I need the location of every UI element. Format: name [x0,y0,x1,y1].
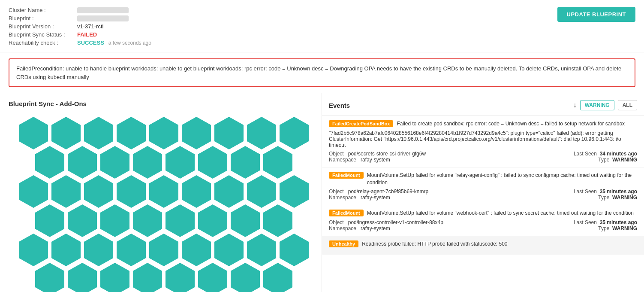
hex-row-6 [33,262,294,292]
sync-status-value: FAILED [77,31,97,38]
hex-cell [149,175,178,208]
hex-cell [133,146,162,179]
events-title: Events [329,102,350,109]
event-meta-1: Object pod/secrets-store-csi-driver-gfg6… [329,151,637,163]
blueprint-value [77,15,129,21]
hex-cell [68,263,97,292]
blueprint-label: Blueprint : [9,15,77,21]
reachability-value: SUCCESS [77,40,104,46]
hex-cell [19,117,48,149]
update-blueprint-button[interactable]: UPDATE BLUEPRINT [557,7,635,22]
hex-cell [247,117,276,149]
event-top: FailedMount MountVolume.SetUp failed for… [329,172,637,186]
blueprint-version-value: v1-371-rctl [77,23,103,30]
hex-cell [51,117,81,149]
event-last-seen-3: Last Seen 35 minutes ago [574,219,637,225]
hex-cell [35,146,64,179]
event-type-3: Type WARNING [574,225,637,231]
sync-status-label: Blueprint Sync Status : [9,31,77,38]
hex-cell [166,146,195,179]
hex-cell [214,234,244,266]
filter-all-button[interactable]: ALL [618,100,637,110]
event-message-4: Readiness probe failed: HTTP probe faile… [362,240,507,248]
event-badge: FailedCreatePodSandBox [329,120,393,127]
hex-cell [117,175,146,208]
header-section: UPDATE BLUEPRINT Cluster Name : Blueprin… [0,0,644,52]
hex-cell [280,117,309,149]
hex-cell [84,175,113,208]
left-panel-title: Blueprint Sync - Add-Ons [9,100,313,107]
event-meta-2: Object pod/relay-agent-7cb9f85b69-knmrp … [329,189,637,201]
filter-warning-button[interactable]: WARNING [580,100,614,110]
hex-cell [182,117,211,149]
event-message-3: MountVolume.SetUp failed for volume "web… [367,210,634,217]
download-icon[interactable]: ↓ [573,101,577,109]
event-object-1: Object pod/secrets-store-csi-driver-gfg6… [329,151,426,157]
hex-cell [231,146,260,179]
hex-cell [182,175,211,208]
hex-cell [231,204,260,237]
hex-cell [231,263,260,292]
event-item: Unhealthy Readiness probe failed: HTTP p… [322,236,644,255]
hex-cell [35,263,64,292]
hex-cell [198,146,227,179]
reachability-label: Reachability check : [9,40,77,46]
event-object-2: Object pod/relay-agent-7cb9f85b69-knmrp [329,189,428,195]
reachability-time: a few seconds ago [108,40,151,46]
hex-cell [263,146,292,179]
event-last-seen-1: Last Seen 34 minutes ago [574,151,637,157]
event-meta-right-3: Last Seen 35 minutes ago Type WARNING [574,219,637,231]
hex-cell [100,204,129,237]
event-type-2: Type WARNING [574,195,637,201]
left-panel: Blueprint Sync - Add-Ons [0,93,322,292]
events-header: Events ↓ WARNING ALL [322,100,644,116]
event-top: FailedMount MountVolume.SetUp failed for… [329,210,637,217]
hex-cell [19,234,48,266]
right-panel: Events ↓ WARNING ALL FailedCreatePodSand… [322,93,644,292]
error-message: FailedPrecondition: unable to handle blu… [16,65,621,80]
event-top: FailedCreatePodSandBox Failed to create … [329,120,637,128]
event-detail-1: "7fad2b5c978a62ab7afc064028556168e6f4f29… [329,130,637,148]
hex-cell [51,175,81,208]
hex-cell [198,263,227,292]
event-last-seen-2: Last Seen 35 minutes ago [574,189,637,195]
event-meta-left-1: Object pod/secrets-store-csi-driver-gfg6… [329,151,426,163]
hex-row-1 [17,116,310,150]
hex-cell [198,204,227,237]
hex-cell [100,146,129,179]
events-actions: ↓ WARNING ALL [573,100,637,110]
hex-cell [166,204,195,237]
hex-cell [100,263,129,292]
hex-cell [263,204,292,237]
event-top: Unhealthy Readiness probe failed: HTTP p… [329,240,637,248]
hex-cell [166,263,195,292]
event-type-1: Type WARNING [574,157,637,163]
event-badge: FailedMount [329,172,364,179]
main-content: Blueprint Sync - Add-Ons [0,93,644,292]
hex-cell [149,117,178,149]
event-message-1: Failed to create pod sandbox: rpc error:… [397,120,625,128]
hex-grid [17,116,313,291]
event-message-2: MountVolume.SetUp failed for volume "rel… [367,172,637,186]
cluster-name-value [77,7,129,13]
event-meta-3: Object pod/ingress-controller-v1-control… [329,219,637,231]
hex-cell [280,175,309,208]
hex-cell [19,175,48,208]
events-list: FailedCreatePodSandBox Failed to create … [322,116,644,255]
hex-cell [68,204,97,237]
hex-cell [214,117,244,149]
event-item: FailedCreatePodSandBox Failed to create … [322,116,644,167]
hex-row-3 [17,174,310,209]
error-banner: FailedPrecondition: unable to handle blu… [9,58,635,87]
event-object-3: Object pod/ingress-controller-v1-control… [329,219,443,225]
cluster-name-label: Cluster Name : [9,7,77,13]
hex-cell [68,146,97,179]
hex-cell [84,234,113,266]
hex-cell [84,117,113,149]
event-meta-right-2: Last Seen 35 minutes ago Type WARNING [574,189,637,201]
event-badge: FailedMount [329,210,364,216]
event-namespace-2: Namespace rafay-system [329,195,428,201]
hex-cell [247,175,276,208]
event-item: FailedMount MountVolume.SetUp failed for… [322,205,644,236]
hex-cell [35,204,64,237]
